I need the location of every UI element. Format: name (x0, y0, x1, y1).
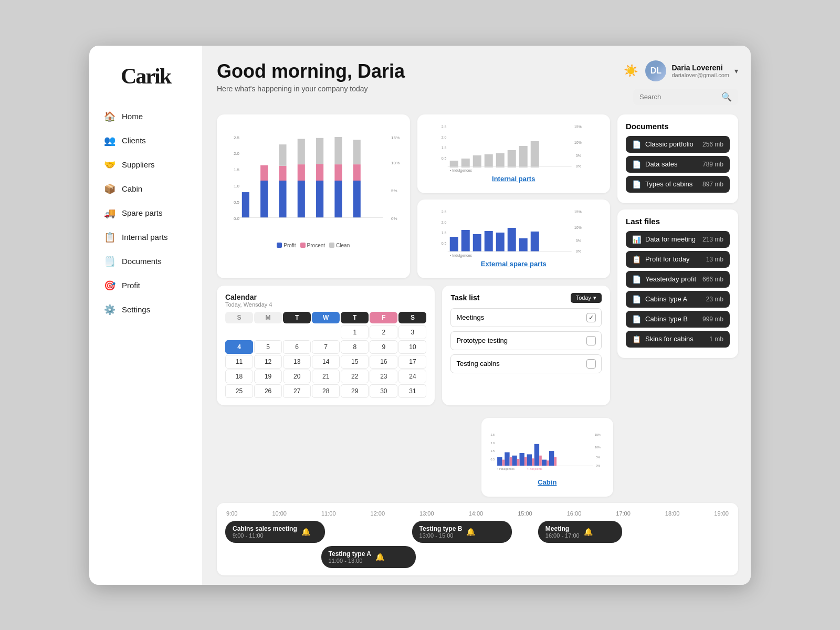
file-item[interactable]: 📋Skins for cabins1 mb (626, 331, 730, 348)
internal-parts-title: Internal parts (426, 175, 602, 183)
doc-icon: 📄 (632, 140, 641, 149)
search-input[interactable] (639, 93, 718, 101)
svg-rect-84 (524, 457, 527, 465)
external-spare-title: External spare parts (426, 260, 602, 268)
svg-text:0.5: 0.5 (441, 242, 446, 245)
sidebar-item-suppliers[interactable]: 🤝Suppliers (89, 153, 202, 177)
calendar-cell[interactable]: 29 (341, 384, 369, 398)
calendar-cell[interactable]: 27 (283, 384, 311, 398)
calendar-cell[interactable]: 28 (312, 384, 340, 398)
sidebar-item-documents[interactable]: 🗒️Documents (89, 249, 202, 274)
svg-text:2.0: 2.0 (234, 151, 240, 156)
user-area: ☀️ DL Daria Lovereni darialover@gmail.co… (624, 60, 738, 81)
sidebar-item-home[interactable]: 🏠Home (89, 104, 202, 129)
calendar-cell[interactable]: 22 (341, 370, 369, 383)
today-button[interactable]: Today ▾ (571, 293, 602, 303)
calendar-cell[interactable]: 2 (370, 326, 397, 339)
profit-chart: 2.5 2.0 1.5 1.0 0.5 0.0 15% 10% 5% 0% (225, 123, 402, 238)
calendar-cell[interactable]: 17 (398, 355, 426, 369)
calendar-cell[interactable]: 24 (398, 370, 426, 383)
calendar-cell[interactable]: 3 (398, 326, 426, 339)
file-item[interactable]: 📄Cabins type A23 mb (626, 291, 730, 308)
task-checkbox[interactable]: ✓ (586, 313, 596, 322)
svg-rect-86 (539, 455, 542, 466)
calendar-cell[interactable]: 13 (283, 355, 311, 369)
svg-rect-73 (497, 457, 502, 465)
file-item[interactable]: 📄Yeasterday profit666 mb (626, 271, 730, 288)
calendar-cell[interactable]: 12 (254, 355, 282, 369)
doc-item[interactable]: 📄Data sales789 mb (626, 156, 730, 173)
sidebar-item-settings[interactable]: ⚙️Settings (89, 298, 202, 322)
doc-item[interactable]: 📄Types of cabins897 mb (626, 176, 730, 193)
svg-text:2.0: 2.0 (441, 135, 446, 139)
doc-name: Data sales (645, 160, 677, 168)
svg-text:2.5: 2.5 (490, 433, 495, 436)
search-bar[interactable]: 🔍 (633, 89, 738, 105)
internal-parts-icon: 📋 (104, 232, 116, 243)
doc-item[interactable]: 📄Classic portfolio256 mb (626, 136, 730, 153)
calendar-cell[interactable]: 15 (341, 355, 369, 369)
calendar-cell[interactable]: 1 (341, 326, 369, 339)
task-item: Prototype testing (450, 331, 602, 350)
sidebar-item-internal-parts[interactable]: 📋Internal parts (89, 225, 202, 249)
chevron-down-icon[interactable]: ▾ (734, 67, 738, 75)
calendar-cell[interactable]: 6 (283, 340, 311, 354)
calendar-cell[interactable]: 7 (312, 340, 340, 354)
calendar-day-name: T (283, 312, 311, 323)
calendar-cell[interactable]: 4 (225, 340, 253, 354)
calendar-cell[interactable]: 18 (225, 370, 253, 383)
cabin-chart-title: Cabin (490, 478, 605, 486)
user-name: Daria Lovereni (671, 64, 729, 72)
task-checkbox[interactable] (586, 336, 596, 345)
calendar-cell (283, 326, 311, 339)
sidebar-item-clients[interactable]: 👥Clients (89, 129, 202, 153)
file-item[interactable]: 📋Profit for today13 mb (626, 251, 730, 268)
svg-text:• Riot points: • Riot points (527, 467, 542, 470)
svg-rect-59 (496, 233, 504, 251)
calendar-cell[interactable]: 14 (312, 355, 340, 369)
calendar-cell[interactable]: 10 (398, 340, 426, 354)
event-label: Meeting (545, 525, 580, 532)
calendar-cell (312, 326, 340, 339)
task-label: Meetings (456, 313, 484, 321)
file-item[interactable]: 📄Cabins type B999 mb (626, 311, 730, 328)
calendar-cell[interactable]: 8 (341, 340, 369, 354)
calendar-cell[interactable]: 30 (370, 384, 397, 398)
calendar-cell[interactable]: 5 (254, 340, 282, 354)
calendar-cell[interactable]: 23 (370, 370, 397, 383)
calendar-cell[interactable]: 21 (312, 370, 340, 383)
svg-text:0.5: 0.5 (234, 200, 240, 205)
svg-text:1.0: 1.0 (234, 184, 240, 188)
task-checkbox[interactable] (586, 359, 596, 369)
svg-rect-61 (519, 238, 527, 251)
documents-card: Documents 📄Classic portfolio256 mb📄Data … (617, 114, 738, 203)
file-size: 23 mb (706, 296, 723, 303)
calendar-cell[interactable]: 25 (225, 384, 253, 398)
calendar-day-name: S (225, 312, 253, 323)
file-item[interactable]: 📊Data for meeting213 mb (626, 231, 730, 248)
main-content: Good morning, Daria Here what's happenin… (202, 46, 751, 585)
doc-icon: 📄 (632, 180, 641, 188)
svg-rect-56 (461, 230, 469, 251)
calendar-cell[interactable]: 26 (254, 384, 282, 398)
calendar-cell[interactable]: 11 (225, 355, 253, 369)
calendar-cell[interactable]: 20 (283, 370, 311, 383)
cal-task-row: Calendar Today, Wensday 4 SMTWTFS 123456… (217, 286, 610, 405)
task-card: Task list Today ▾ Meetings✓Prototype tes… (442, 286, 610, 405)
sidebar-item-spare-parts[interactable]: 🚚Spare parts (89, 201, 202, 225)
sidebar-item-cabin[interactable]: 📦Cabin (89, 177, 202, 201)
bell-icon: 🔔 (375, 553, 384, 561)
svg-rect-15 (279, 144, 286, 166)
calendar-cell[interactable]: 16 (370, 355, 397, 369)
calendar-cell (254, 326, 282, 339)
external-spare-chart: 2.5 2.0 1.5 0.5 15% 10% 5% 0% (417, 200, 611, 278)
calendar-cell[interactable]: 19 (254, 370, 282, 383)
calendar-cell[interactable]: 9 (370, 340, 397, 354)
svg-rect-43 (519, 146, 527, 167)
calendar-cell (225, 326, 253, 339)
sidebar-item-profit[interactable]: 🎯Profit (89, 274, 202, 298)
svg-rect-60 (507, 228, 516, 251)
calendar-cell[interactable]: 31 (398, 384, 426, 398)
main-chart-legend: Profit Procent Clean (225, 243, 402, 248)
svg-rect-78 (534, 444, 539, 466)
